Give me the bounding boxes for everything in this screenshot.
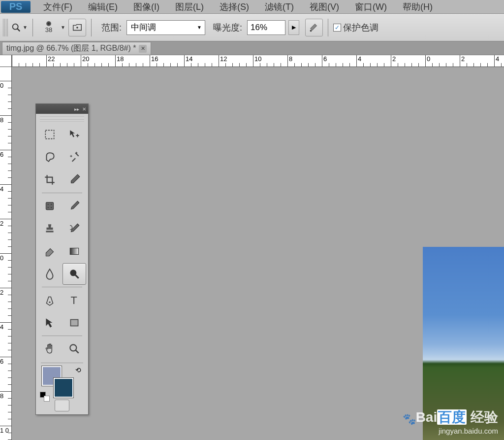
background-color[interactable]: [54, 378, 73, 398]
magnify-icon: [68, 342, 81, 355]
range-select[interactable]: 中间调▼: [126, 20, 205, 35]
exposure-input[interactable]: 16%: [247, 20, 285, 35]
svg-rect-15: [70, 320, 78, 326]
brush-preset-picker[interactable]: 38 ▼: [38, 19, 65, 36]
crop-icon: [43, 173, 56, 186]
exposure-flyout[interactable]: ▶: [288, 20, 299, 35]
marquee-tool[interactable]: [38, 124, 62, 145]
ruler-origin[interactable]: [0, 55, 12, 67]
wand-tool[interactable]: [63, 146, 86, 168]
magnify-icon: [68, 268, 81, 280]
brush-size-label: 38: [45, 26, 52, 34]
lasso-tool[interactable]: [38, 146, 62, 168]
pen-icon: [43, 294, 56, 306]
menu-view[interactable]: 视图(V): [302, 0, 347, 14]
gradient-tool[interactable]: [63, 240, 86, 262]
quickmask-button[interactable]: [55, 400, 69, 411]
move-icon: [68, 128, 81, 141]
svg-line-1: [17, 28, 20, 31]
blur-tool[interactable]: [38, 263, 62, 285]
path-select-tool[interactable]: [38, 312, 62, 334]
color-swatches: ⟲: [36, 364, 88, 400]
brush-icon: [68, 200, 81, 212]
collapse-icon[interactable]: ▸▸: [74, 106, 79, 112]
eraser-icon: [43, 245, 56, 258]
wand-icon: [68, 151, 81, 164]
panel-header[interactable]: ▸▸ ✕: [36, 104, 88, 114]
history-brush-tool[interactable]: [63, 218, 86, 239]
app-logo: PS: [1, 1, 31, 13]
patch-icon: [43, 200, 56, 212]
svg-line-12: [75, 275, 79, 278]
close-icon[interactable]: ✕: [139, 45, 147, 53]
protect-tones-checkbox[interactable]: ✓ 保护色调: [333, 22, 378, 34]
menubar: PS 文件(F) 编辑(E) 图像(I) 图层(L) 选择(S) 滤镜(T) 视…: [0, 0, 504, 14]
menu-image[interactable]: 图像(I): [126, 0, 167, 14]
swap-colors-icon[interactable]: ⟲: [75, 366, 81, 374]
stamp-tool[interactable]: [38, 218, 62, 239]
airbrush-icon: [309, 22, 319, 33]
svg-rect-4: [45, 130, 54, 138]
menu-help[interactable]: 帮助(H): [395, 0, 441, 14]
arrow-icon: [43, 316, 56, 329]
paw-icon: [402, 410, 416, 422]
menu-layer[interactable]: 图层(L): [167, 0, 212, 14]
brush-panel-button[interactable]: [68, 19, 86, 36]
protect-tones-label: 保护色调: [343, 22, 378, 34]
tab-title: timg.jpg @ 66.7% (图层 1, RGB/8#) *: [6, 43, 136, 54]
marquee-icon: [43, 128, 56, 141]
crop-tool[interactable]: [38, 169, 62, 191]
hand-icon: [43, 342, 56, 355]
svg-line-17: [75, 350, 79, 353]
svg-text:T: T: [70, 294, 77, 306]
svg-point-3: [310, 30, 312, 32]
svg-point-6: [48, 204, 49, 205]
lasso-icon: [43, 151, 56, 164]
tools-panel[interactable]: ▸▸ ✕ T ⟲: [35, 103, 89, 415]
text-icon: T: [68, 294, 81, 306]
menu-window[interactable]: 窗口(W): [347, 0, 395, 14]
document-tab[interactable]: timg.jpg @ 66.7% (图层 1, RGB/8#) * ✕: [2, 42, 151, 55]
checkbox-icon: ✓: [333, 24, 341, 32]
drop-icon: [43, 268, 56, 280]
document-tabbar: timg.jpg @ 66.7% (图层 1, RGB/8#) * ✕: [0, 41, 504, 55]
eyedropper-icon: [68, 173, 81, 186]
healing-tool[interactable]: [38, 195, 62, 217]
brush-tool[interactable]: [63, 195, 86, 217]
menu-select[interactable]: 选择(S): [212, 0, 257, 14]
close-icon[interactable]: ✕: [82, 106, 86, 112]
default-colors-icon[interactable]: [40, 392, 47, 399]
move-tool[interactable]: [63, 124, 86, 145]
svg-rect-10: [70, 248, 78, 255]
folder-brush-icon: [72, 22, 83, 33]
stamp-icon: [43, 222, 56, 235]
ruler-horizontal[interactable]: 222018161412108642024: [12, 55, 504, 67]
svg-point-13: [49, 302, 50, 303]
current-tool-dropdown[interactable]: ▼: [11, 22, 28, 33]
zoom-tool[interactable]: [63, 338, 86, 360]
airbrush-button[interactable]: [305, 19, 323, 36]
options-bar: ▼ 38 ▼ 范围: 中间调▼ 曝光度: 16% ▶ ✓ 保护色调: [0, 14, 504, 41]
watermark: Bai百度 经验 jingyan.baidu.com: [402, 408, 498, 435]
type-tool[interactable]: T: [63, 289, 86, 311]
shape-tool[interactable]: [63, 312, 86, 334]
panel-grip[interactable]: [40, 114, 84, 121]
svg-point-8: [48, 207, 49, 208]
svg-rect-5: [46, 202, 53, 209]
dodge-tool[interactable]: [63, 263, 86, 285]
rectangle-icon: [68, 316, 81, 329]
menu-file[interactable]: 文件(F): [35, 0, 80, 14]
svg-point-7: [51, 204, 52, 205]
hand-tool[interactable]: [38, 338, 62, 360]
menu-edit[interactable]: 编辑(E): [80, 0, 126, 14]
eraser-tool[interactable]: [38, 240, 62, 262]
history-brush-icon: [68, 222, 81, 235]
svg-point-9: [51, 207, 52, 208]
grip-handle[interactable]: [3, 19, 8, 36]
ruler-vertical[interactable]: 08642024681 0: [0, 67, 12, 440]
exposure-label: 曝光度:: [213, 22, 242, 34]
menu-filter[interactable]: 滤镜(T): [257, 0, 302, 14]
eyedropper-tool[interactable]: [63, 169, 86, 191]
magnify-icon: [11, 22, 22, 33]
pen-tool[interactable]: [38, 289, 62, 311]
